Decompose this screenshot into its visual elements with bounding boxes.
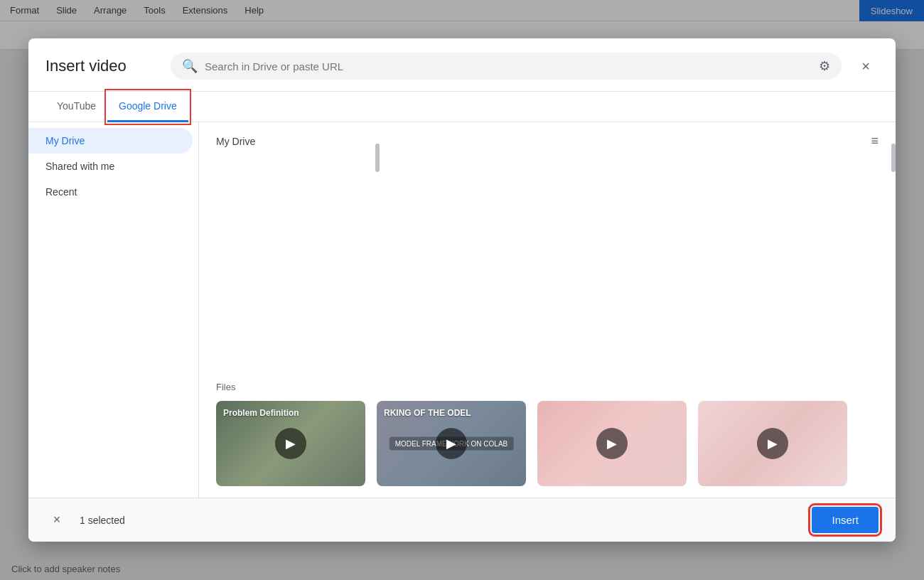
play-button-4[interactable]: ▶ <box>757 428 788 459</box>
breadcrumb: My Drive <box>216 136 255 147</box>
sidebar-item-shared-with-me[interactable]: Shared with me <box>28 154 193 179</box>
main-content: My Drive ≡ Files <box>199 122 896 498</box>
insert-video-dialog: Insert video 🔍 ⚙ × YouTube Google Drive … <box>28 38 896 542</box>
modal-overlay: Insert video 🔍 ⚙ × YouTube Google Drive … <box>0 0 924 580</box>
selected-label: 1 selected <box>80 515 125 526</box>
content-header: My Drive ≡ <box>199 122 896 154</box>
file-card[interactable]: ▶ <box>537 401 687 486</box>
files-grid: Problem Definition ▶ RKING OF THE ODEL M… <box>216 401 879 486</box>
file-card[interactable]: ▶ <box>698 401 847 486</box>
dialog-body: My Drive Shared with me Recent My Drive … <box>28 122 896 498</box>
search-bar: 🔍 ⚙ <box>171 53 842 80</box>
insert-button[interactable]: Insert <box>812 507 879 533</box>
dialog-tabs: YouTube Google Drive <box>28 92 896 122</box>
tab-google-drive[interactable]: Google Drive <box>107 92 188 122</box>
right-scrollbar <box>891 122 896 498</box>
close-button[interactable]: × <box>853 53 879 79</box>
file-label-1: Problem Definition <box>223 408 299 418</box>
file-card[interactable]: RKING OF THE ODEL MODEL FRAMEWORK ON COL… <box>377 401 526 486</box>
dialog-header: Insert video 🔍 ⚙ × <box>28 38 896 92</box>
filter-icon[interactable]: ⚙ <box>819 58 830 74</box>
dialog-footer: × 1 selected Insert <box>28 498 896 542</box>
search-input[interactable] <box>205 60 812 72</box>
sidebar-item-recent[interactable]: Recent <box>28 179 193 205</box>
empty-content-area <box>199 154 896 382</box>
files-section: Files Problem Definition ▶ RKING OF THE … <box>199 382 896 498</box>
play-button-3[interactable]: ▶ <box>596 428 628 459</box>
sidebar: My Drive Shared with me Recent <box>28 122 199 498</box>
list-view-button[interactable]: ≡ <box>871 134 879 149</box>
play-button-2[interactable]: ▶ <box>436 428 467 459</box>
dialog-title: Insert video <box>45 57 159 75</box>
footer-left: × 1 selected <box>45 509 125 532</box>
file-label-2: RKING OF THE ODEL <box>384 408 471 418</box>
file-card[interactable]: Problem Definition ▶ <box>216 401 365 486</box>
search-icon: 🔍 <box>182 58 198 74</box>
sidebar-item-my-drive[interactable]: My Drive <box>28 128 193 154</box>
clear-selection-button[interactable]: × <box>45 509 68 532</box>
files-label: Files <box>216 382 879 392</box>
tab-youtube[interactable]: YouTube <box>45 92 107 122</box>
play-button-1[interactable]: ▶ <box>275 428 306 459</box>
